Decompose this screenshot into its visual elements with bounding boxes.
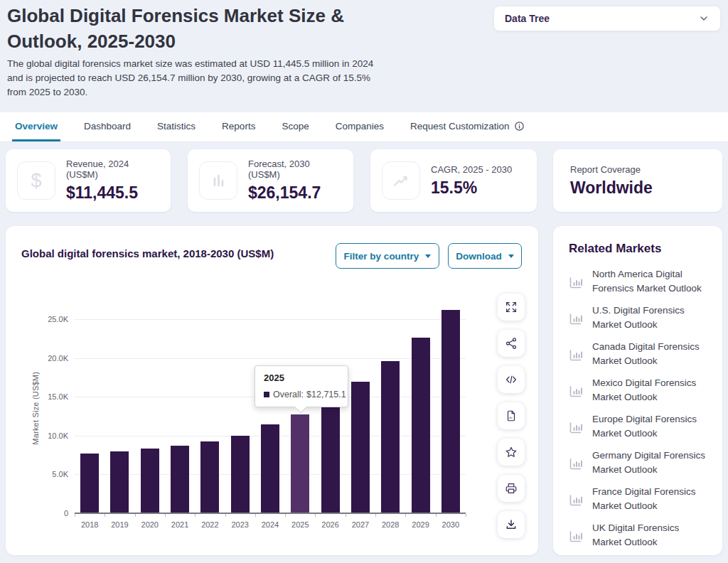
related-market-link[interactable]: France Digital Forensics Market Outlook	[569, 485, 711, 513]
bar-2028[interactable]	[381, 361, 400, 513]
related-markets-list: North America Digital Forensics Market O…	[569, 267, 711, 549]
download-image-button[interactable]	[498, 511, 525, 538]
fullscreen-button[interactable]	[498, 294, 525, 321]
bar-2030[interactable]	[441, 310, 460, 513]
mini-bar-chart-icon	[569, 456, 584, 470]
bar-2018[interactable]	[80, 454, 99, 513]
y-tick-label: 15.0K	[33, 392, 68, 401]
stat-card-revenue: $ Revenue, 2024 (US$M) $11,445.5	[6, 149, 171, 212]
chart-panel: Global digital forensics market, 2018-20…	[6, 226, 538, 555]
related-market-link[interactable]: Europe Digital Forensics Market Outlook	[569, 412, 711, 440]
related-market-label: France Digital Forensics Market Outlook	[592, 485, 711, 513]
info-icon	[514, 121, 525, 132]
axis-tick	[315, 514, 316, 517]
bar-2020[interactable]	[141, 449, 159, 513]
tooltip-value: $12,715.1	[306, 390, 346, 400]
bar-2029[interactable]	[412, 338, 430, 513]
tab-dashboard[interactable]: Dashboard	[81, 112, 134, 141]
y-tick-label: 25.0K	[33, 315, 68, 323]
stat-value: 15.5%	[431, 178, 512, 198]
bar-2023[interactable]	[231, 436, 250, 513]
stat-label: CAGR, 2025 - 2030	[431, 164, 512, 175]
related-market-label: Europe Digital Forensics Market Outlook	[592, 412, 711, 440]
tab-overview[interactable]: Overview	[12, 112, 60, 141]
axis-tick	[285, 514, 286, 517]
tooltip-year: 2025	[264, 372, 339, 383]
related-market-link[interactable]: Germany Digital Forensics Market Outlook	[569, 449, 711, 476]
page-title: Global Digital Forensics Market Size & O…	[7, 3, 370, 54]
related-markets-panel: Related Markets North America Digital Fo…	[553, 226, 722, 555]
related-market-label: Canada Digital Forensics Market Outlook	[592, 340, 711, 368]
axis-tick	[225, 514, 226, 517]
chevron-down-icon	[698, 13, 710, 24]
bar-2027[interactable]	[351, 382, 370, 513]
x-tick-label: 2023	[226, 520, 255, 529]
star-icon	[505, 446, 518, 459]
tab-statistics[interactable]: Statistics	[154, 112, 198, 141]
bar-2024[interactable]	[261, 424, 279, 513]
stat-label: Forecast, 2030 (US$M)	[248, 159, 342, 180]
mini-bar-chart-icon	[569, 274, 584, 289]
fullscreen-icon	[505, 301, 518, 313]
related-market-label: Mexico Digital Forensics Market Outlook	[592, 376, 711, 404]
related-market-label: North America Digital Forensics Market O…	[592, 267, 711, 295]
axis-tick	[405, 514, 406, 517]
x-tick-label: 2018	[75, 520, 104, 529]
bar-2022[interactable]	[200, 441, 219, 513]
favorite-button[interactable]	[498, 439, 525, 466]
bar-2025[interactable]	[291, 414, 309, 513]
x-tick-label: 2028	[376, 520, 405, 529]
bar-2026[interactable]	[321, 400, 340, 513]
data-tree-dropdown[interactable]: Data Tree	[493, 6, 721, 31]
download-xls-button[interactable]: xls	[498, 402, 525, 429]
x-tick-label: 2026	[316, 520, 345, 529]
download-icon	[505, 518, 518, 531]
chart-tooltip: 2025 Overall: $12,715.1	[255, 365, 348, 407]
related-market-label: UK Digital Forensics Market Outlook	[592, 521, 711, 549]
tab-reports[interactable]: Reports	[219, 112, 258, 141]
y-tick-label: 0	[33, 509, 68, 518]
y-tick-label: 10.0K	[33, 431, 68, 440]
gridline	[75, 358, 466, 359]
stat-label: Report Coverage	[570, 164, 653, 175]
bar-2021[interactable]	[171, 446, 189, 513]
print-button[interactable]	[498, 475, 525, 502]
tab-scope[interactable]: Scope	[279, 112, 311, 141]
printer-icon	[505, 482, 518, 495]
tab-companies[interactable]: Companies	[333, 112, 387, 141]
share-button[interactable]	[498, 330, 525, 357]
x-tick-label: 2019	[105, 520, 134, 529]
tab-request-customization[interactable]: Request Customization	[407, 112, 528, 141]
share-icon	[505, 337, 518, 350]
series-marker-icon	[264, 392, 269, 397]
related-market-link[interactable]: U.S. Digital Forensics Market Outlook	[569, 304, 711, 331]
stat-value: $26,154.7	[248, 183, 342, 203]
related-market-link[interactable]: Mexico Digital Forensics Market Outlook	[569, 376, 711, 404]
mini-bar-chart-icon	[569, 311, 584, 325]
tooltip-series: Overall:	[273, 390, 304, 400]
stat-card-coverage: Report Coverage Worldwide	[553, 149, 722, 212]
stat-card-cagr: CAGR, 2025 - 2030 15.5%	[370, 149, 537, 212]
related-market-label: Germany Digital Forensics Market Outlook	[592, 449, 711, 476]
bar-2019[interactable]	[110, 451, 129, 513]
mini-bar-chart-icon	[569, 492, 584, 506]
x-tick-label: 2027	[346, 520, 375, 529]
related-markets-heading: Related Markets	[569, 242, 661, 256]
related-market-link[interactable]: North America Digital Forensics Market O…	[569, 267, 711, 295]
mini-bar-chart-icon	[569, 528, 584, 542]
embed-code-button[interactable]	[498, 366, 525, 393]
x-tick-label: 2024	[256, 520, 284, 529]
x-tick-label: 2030	[437, 520, 465, 529]
axis-tick	[255, 514, 256, 517]
axis-tick	[135, 514, 136, 517]
dollar-icon: $	[17, 161, 55, 200]
related-market-link[interactable]: Canada Digital Forensics Market Outlook	[569, 340, 711, 368]
y-tick-label: 5.0K	[33, 470, 68, 478]
axis-tick	[165, 514, 166, 517]
x-tick-label: 2029	[407, 520, 435, 529]
axis-tick	[466, 514, 466, 517]
data-tree-label: Data Tree	[505, 13, 550, 24]
related-market-label: U.S. Digital Forensics Market Outlook	[592, 304, 711, 331]
related-market-link[interactable]: UK Digital Forensics Market Outlook	[569, 521, 711, 549]
tabs-bar: Overview Dashboard Statistics Reports Sc…	[0, 112, 728, 142]
